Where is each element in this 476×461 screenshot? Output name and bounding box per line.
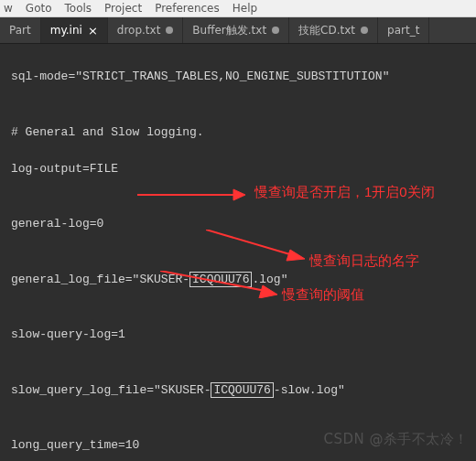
tab-buffer[interactable]: Buffer触发.txt [183,17,289,43]
svg-marker-3 [287,250,305,261]
tab-label: Part [9,24,31,37]
menu-help[interactable]: Help [233,2,257,15]
tab-label: drop.txt [117,24,161,37]
tabbar: Part my.ini× drop.txt Buffer触发.txt 技能CD.… [0,17,476,44]
arrow-icon [160,271,279,298]
modified-icon [361,27,368,34]
code-line: slow-query-log=1 [11,326,476,344]
tab-label: part_t [387,24,419,37]
tab-label: my.ini [50,24,82,37]
arrow-icon [137,186,247,204]
menu-preferences[interactable]: Preferences [155,2,220,15]
code-line: log-output=FILE [11,160,476,178]
code-line: # General and Slow logging. [11,123,476,142]
code-line: slow_query_log_file="SKUSER-ICQOUU76-slo… [11,381,476,400]
annotation-slow-log-name: 慢查询日志的名字 [309,250,419,271]
annotation-slow-query-enable: 慢查询是否开启，1开启0关闭 [254,181,435,202]
annotation-long-query-time: 慢查询的阈值 [282,284,364,305]
tab-my-ini[interactable]: my.ini× [41,17,108,43]
tab-part2[interactable]: part_t [378,17,429,43]
tab-drop[interactable]: drop.txt [108,17,184,43]
svg-line-4 [160,271,265,291]
modified-icon [272,27,279,34]
svg-line-2 [206,230,293,255]
code-line: sql-mode="STRICT_TRANS_TABLES,NO_ENGINE_… [11,68,476,86]
highlight-box: ICQOUU76 [211,382,273,398]
menubar: w Goto Tools Project Preferences Help [0,0,476,17]
svg-marker-1 [233,189,245,200]
menu-view[interactable]: w [4,2,13,15]
tab-label: Buffer触发.txt [192,23,266,38]
tab-label: 技能CD.txt [298,23,355,38]
menu-project[interactable]: Project [104,2,142,15]
menu-goto[interactable]: Goto [26,2,52,15]
modified-icon [166,27,173,34]
tab-skill[interactable]: 技能CD.txt [289,17,378,43]
arrow-icon [206,230,307,263]
close-icon[interactable]: × [88,24,98,38]
editor[interactable]: sql-mode="STRICT_TRANS_TABLES,NO_ENGINE_… [0,44,476,461]
watermark: CSDN @杀手不太冷！ [323,431,469,448]
menu-tools[interactable]: Tools [65,2,92,15]
svg-marker-5 [259,285,277,298]
tab-part[interactable]: Part [0,17,41,43]
